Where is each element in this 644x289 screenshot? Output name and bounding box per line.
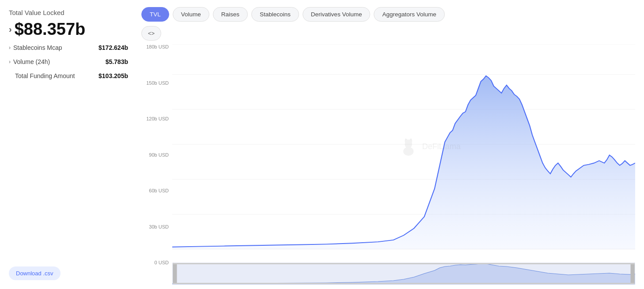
y-label-120: 120b USD xyxy=(141,116,172,121)
y-label-60: 60b USD xyxy=(141,188,172,193)
tab-stablecoins[interactable]: Stablecoins xyxy=(251,7,299,22)
y-label-30: 30b USD xyxy=(141,224,172,229)
tab-raises[interactable]: Raises xyxy=(213,7,248,22)
tvl-number: $88.357b xyxy=(15,20,86,39)
y-axis: 0 USD 30b USD 60b USD 90b USD 120b USD 1… xyxy=(141,44,172,267)
stablecoins-row: › Stablecoins Mcap $172.624b xyxy=(9,42,128,53)
volume-label: › Volume (24h) xyxy=(9,58,50,65)
y-label-150: 150b USD xyxy=(141,80,172,86)
chevron-icon: › xyxy=(9,45,11,51)
svg-rect-16 xyxy=(173,263,635,264)
chart-svg xyxy=(172,44,635,249)
tab-row: TVL Volume Raises Stablecoins Derivative… xyxy=(141,7,635,22)
funding-value: $103.205b xyxy=(98,72,128,79)
funding-row: Total Funding Amount $103.205b xyxy=(9,71,128,81)
tvl-arrow: › xyxy=(9,24,12,34)
minimap-svg xyxy=(172,263,635,285)
tab-volume[interactable]: Volume xyxy=(173,7,209,22)
chart-area: 0 USD 30b USD 60b USD 90b USD 120b USD 1… xyxy=(141,44,635,285)
stablecoins-value: $172.624b xyxy=(98,44,128,51)
chart-container: 0 USD 30b USD 60b USD 90b USD 120b USD 1… xyxy=(141,44,635,285)
volume-value: $5.783b xyxy=(106,58,128,65)
y-label-0: 0 USD xyxy=(141,260,172,265)
right-panel: TVL Volume Raises Stablecoins Derivative… xyxy=(137,0,644,289)
main-chart: DeFiLlama xyxy=(172,44,635,249)
chevron-icon-2: › xyxy=(9,59,11,65)
y-label-90: 90b USD xyxy=(141,152,172,158)
stablecoins-label: › Stablecoins Mcap xyxy=(9,44,62,51)
tvl-label: Total Value Locked xyxy=(9,9,128,16)
tab-tvl[interactable]: TVL xyxy=(141,7,169,22)
tvl-value: › $88.357b xyxy=(9,20,128,39)
left-panel: Total Value Locked › $88.357b › Stableco… xyxy=(0,0,137,289)
y-label-180: 180b USD xyxy=(141,44,172,49)
tab-derivatives[interactable]: Derivatives Volume xyxy=(303,7,371,22)
funding-label: Total Funding Amount xyxy=(9,72,75,79)
minimap[interactable] xyxy=(172,263,635,285)
tab-aggregators[interactable]: Aggregators Volume xyxy=(374,7,444,22)
svg-rect-15 xyxy=(631,263,635,284)
svg-rect-14 xyxy=(173,263,177,284)
svg-rect-17 xyxy=(173,283,635,284)
download-csv-button[interactable]: Download .csv xyxy=(9,266,61,280)
code-button[interactable]: <> xyxy=(141,26,161,41)
volume-row: › Volume (24h) $5.783b xyxy=(9,56,128,67)
